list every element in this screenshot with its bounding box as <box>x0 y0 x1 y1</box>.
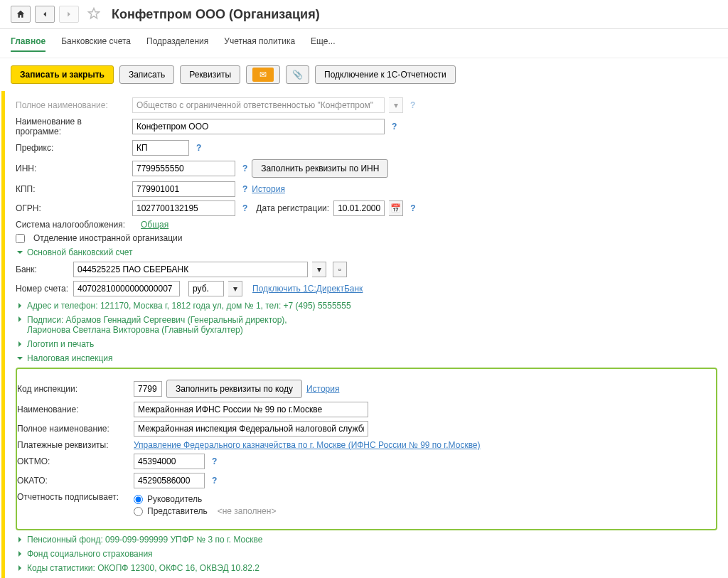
oktmo-input[interactable] <box>134 454 205 469</box>
tax-insp-section[interactable]: Налоговая инспекция <box>16 353 717 363</box>
reg-date-label: Дата регистрации: <box>256 203 329 213</box>
help-icon[interactable]: ? <box>212 476 217 486</box>
kpp-history-link[interactable]: История <box>252 184 285 194</box>
star-icon[interactable] <box>87 7 100 22</box>
mail-button[interactable]: ✉ <box>246 65 280 84</box>
help-icon[interactable]: ? <box>212 456 217 466</box>
main-bank-section[interactable]: Основной банковский счет <box>16 247 717 257</box>
prog-name-label: Наименование в программе: <box>16 117 128 137</box>
back-button[interactable] <box>35 6 55 23</box>
page-title: Конфетпром ООО (Организация) <box>112 7 320 22</box>
insp-full-name-label: Полное наименование: <box>17 424 129 434</box>
home-icon <box>16 9 26 19</box>
prog-name-input[interactable] <box>132 119 385 134</box>
bank-open-icon[interactable]: ▫ <box>333 262 347 277</box>
insp-full-name-input[interactable] <box>134 421 368 437</box>
stats-label: Коды статистики: ОКОПФ 12300, ОКФС 16, О… <box>27 563 259 573</box>
currency-input[interactable] <box>188 281 224 296</box>
prefix-label: Префикс: <box>16 143 128 153</box>
chevron-right-icon <box>16 564 24 572</box>
signatures-section[interactable]: Подписи: Абрамов Геннадий Сергеевич (Ген… <box>16 315 717 335</box>
help-icon[interactable]: ? <box>392 122 397 132</box>
home-button[interactable] <box>11 6 31 23</box>
help-icon[interactable]: ? <box>410 203 415 213</box>
tax-system-link[interactable]: Общая <box>141 220 168 230</box>
chevron-right-icon <box>16 550 24 558</box>
bank-dropdown-icon[interactable]: ▾ <box>312 262 326 277</box>
pension-section[interactable]: Пенсионный фонд: 099-099-999999 УПФР № 3… <box>16 535 717 545</box>
acc-num-label: Номер счета: <box>16 284 69 294</box>
tab-divisions[interactable]: Подразделения <box>146 36 208 52</box>
inn-label: ИНН: <box>16 164 128 173</box>
prefix-input[interactable] <box>132 140 189 156</box>
pension-label: Пенсионный фонд: 099-099-999999 УПФР № 3… <box>27 535 262 545</box>
tax-insp-label: Налоговая инспекция <box>27 353 113 363</box>
signed-by-label: Отчетность подписывает: <box>17 492 129 502</box>
chevron-down-icon <box>16 248 24 257</box>
ogrn-input[interactable] <box>132 200 235 216</box>
tab-bank[interactable]: Банковские счета <box>61 36 131 52</box>
bank-input[interactable] <box>73 262 308 277</box>
save-close-button[interactable]: Записать и закрыть <box>11 65 114 84</box>
chevron-right-icon <box>16 340 24 348</box>
main-bank-label: Основной банковский счет <box>27 247 132 257</box>
tab-main[interactable]: Главное <box>11 36 46 52</box>
mail-icon: ✉ <box>252 68 274 82</box>
help-icon[interactable]: ? <box>242 164 247 173</box>
help-icon[interactable]: ? <box>242 203 247 213</box>
kpp-label: КПП: <box>16 184 128 194</box>
calendar-icon[interactable]: 📅 <box>389 200 403 216</box>
signer-rep-empty: <не заполнен> <box>218 506 277 516</box>
kpp-input[interactable] <box>132 181 235 197</box>
connect-1c-button[interactable]: Подключение к 1С-Отчетности <box>315 65 456 84</box>
chevron-right-icon <box>16 315 24 323</box>
signer-head-label: Руководитель <box>147 494 202 504</box>
insp-name-label: Наименование: <box>17 405 129 414</box>
signatures-label: Подписи: Абрамов Геннадий Сергеевич (Ген… <box>27 315 287 335</box>
inn-input[interactable] <box>132 161 235 176</box>
signer-rep-label: Представитель <box>147 506 208 516</box>
logo-section[interactable]: Логотип и печать <box>16 339 717 349</box>
ogrn-label: ОГРН: <box>16 203 128 213</box>
insp-code-label: Код инспекции: <box>17 384 129 394</box>
insp-history-link[interactable]: История <box>306 384 340 394</box>
oktmo-label: ОКТМО: <box>17 456 129 466</box>
tab-more[interactable]: Еще... <box>311 36 335 52</box>
insp-name-input[interactable] <box>134 402 368 417</box>
chevron-down-icon <box>16 354 24 363</box>
help-icon[interactable]: ? <box>196 143 201 153</box>
chevron-right-icon <box>16 535 24 544</box>
paperclip-icon: 📎 <box>292 70 303 80</box>
stats-section[interactable]: Коды статистики: ОКОПФ 12300, ОКФС 16, О… <box>16 563 717 573</box>
arrow-left-icon <box>40 9 50 19</box>
fill-inn-button[interactable]: Заполнить реквизиты по ИНН <box>252 159 388 178</box>
help-icon[interactable]: ? <box>410 100 415 110</box>
signer-head-radio[interactable] <box>134 495 143 504</box>
forward-button[interactable] <box>59 6 79 23</box>
pay-req-link[interactable]: Управление Федерального казначейства по … <box>134 440 481 450</box>
fss-section[interactable]: Фонд социального страхования <box>16 549 717 559</box>
reg-date-input[interactable] <box>333 200 385 216</box>
fill-code-button[interactable]: Заполнить реквизиты по коду <box>166 380 302 398</box>
dropdown-icon[interactable]: ▾ <box>389 97 403 113</box>
help-icon[interactable]: ? <box>242 184 247 194</box>
tax-system-label: Система налогообложения: <box>16 220 136 230</box>
signer-rep-radio[interactable] <box>134 507 143 516</box>
logo-label: Логотип и печать <box>27 339 94 349</box>
acc-num-input[interactable] <box>73 281 180 296</box>
okato-label: ОКАТО: <box>17 476 129 486</box>
address-section[interactable]: Адрес и телефон: 121170, Москва г, 1812 … <box>16 301 717 311</box>
pay-req-label: Платежные реквизиты: <box>17 440 129 450</box>
direct-bank-link[interactable]: Подключить 1С:ДиректБанк <box>252 284 363 294</box>
full-name-input[interactable] <box>132 97 385 113</box>
currency-dropdown-icon[interactable]: ▾ <box>228 281 242 296</box>
save-button[interactable]: Записать <box>119 65 174 84</box>
requisites-button[interactable]: Реквизиты <box>180 65 240 84</box>
attach-button[interactable]: 📎 <box>286 65 309 84</box>
insp-code-input[interactable] <box>134 381 162 397</box>
tab-accounting[interactable]: Учетная политика <box>224 36 295 52</box>
full-name-label: Полное наименование: <box>16 100 128 110</box>
okato-input[interactable] <box>134 473 205 488</box>
foreign-branch-checkbox[interactable] <box>16 234 25 243</box>
fss-label: Фонд социального страхования <box>27 549 153 559</box>
